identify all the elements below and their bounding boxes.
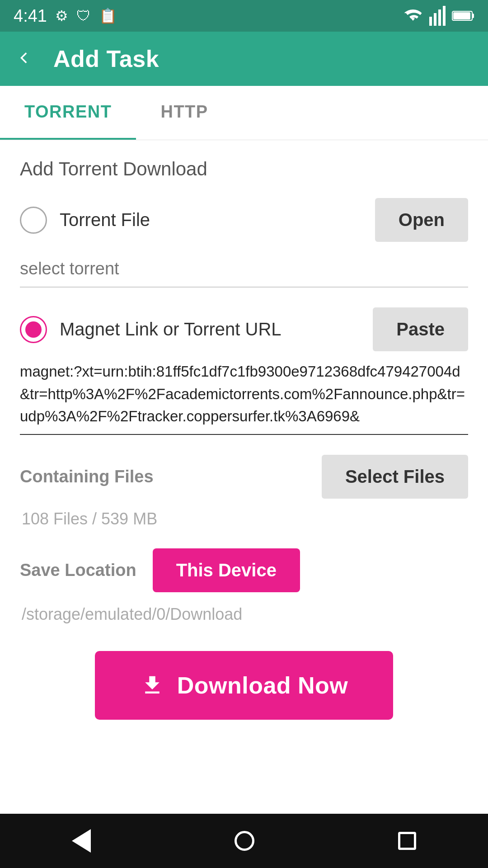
paste-button[interactable]: Paste xyxy=(373,307,468,351)
torrent-file-row: Torrent File Open xyxy=(20,198,468,242)
nav-home-button[interactable] xyxy=(228,825,261,857)
storage-path: /storage/emulated/0/Download xyxy=(20,605,468,624)
torrent-file-option[interactable]: Torrent File xyxy=(20,207,150,234)
tab-bar: TORRENT HTTP xyxy=(0,86,488,140)
magnet-link-label: Magnet Link or Torrent URL xyxy=(60,319,282,340)
section-title: Add Torrent Download xyxy=(20,158,468,180)
content-area: Add Torrent Download Torrent File Open M… xyxy=(0,140,488,769)
svg-rect-1 xyxy=(434,13,436,26)
battery-icon xyxy=(452,9,474,22)
select-files-button[interactable]: Select Files xyxy=(322,455,468,499)
download-now-label: Download Now xyxy=(177,672,348,699)
bottom-nav xyxy=(0,814,488,868)
app-bar: Add Task xyxy=(0,32,488,86)
download-icon xyxy=(140,673,164,698)
download-btn-wrap: Download Now xyxy=(20,651,468,720)
magnet-link-option[interactable]: Magnet Link or Torrent URL xyxy=(20,316,282,343)
magnet-link-row: Magnet Link or Torrent URL Paste xyxy=(20,307,468,351)
torrent-file-label: Torrent File xyxy=(60,210,150,230)
torrent-file-radio[interactable] xyxy=(20,207,47,234)
wifi-icon xyxy=(403,8,423,24)
svg-rect-0 xyxy=(429,17,432,26)
svg-rect-5 xyxy=(472,14,474,18)
svg-rect-2 xyxy=(438,9,441,26)
shield-icon: 🛡 xyxy=(76,8,91,24)
nav-home-icon xyxy=(235,831,254,851)
svg-rect-6 xyxy=(453,12,470,19)
save-location-label: Save Location xyxy=(20,561,136,580)
download-now-button[interactable]: Download Now xyxy=(95,651,394,720)
nav-back-button[interactable] xyxy=(66,823,97,859)
tab-torrent[interactable]: TORRENT xyxy=(0,86,136,140)
nav-back-icon xyxy=(72,829,91,853)
nav-recent-icon xyxy=(398,832,416,850)
nav-recent-button[interactable] xyxy=(392,826,422,856)
magnet-link-radio[interactable] xyxy=(20,316,47,343)
back-button[interactable] xyxy=(16,48,37,69)
tab-http[interactable]: HTTP xyxy=(136,86,232,140)
select-torrent-input[interactable] xyxy=(20,251,468,288)
clipboard-icon: 📋 xyxy=(99,7,117,24)
magnet-url-value[interactable]: magnet:?xt=urn:btih:81ff5fc1df7c1fb9300e… xyxy=(20,360,468,428)
svg-rect-3 xyxy=(443,6,446,26)
save-location-row: Save Location This Device xyxy=(20,548,468,592)
files-info: 108 Files / 539 MB xyxy=(20,509,468,528)
containing-files-label: Containing Files xyxy=(20,467,154,486)
status-bar: 4:41 ⚙ 🛡 📋 xyxy=(0,0,488,32)
status-time: 4:41 xyxy=(14,6,47,26)
app-bar-title: Add Task xyxy=(53,45,159,72)
this-device-button[interactable]: This Device xyxy=(153,548,300,592)
containing-files-row: Containing Files Select Files xyxy=(20,455,468,499)
open-button[interactable]: Open xyxy=(375,198,468,242)
settings-icon: ⚙ xyxy=(55,7,68,24)
signal-icon xyxy=(429,6,446,26)
